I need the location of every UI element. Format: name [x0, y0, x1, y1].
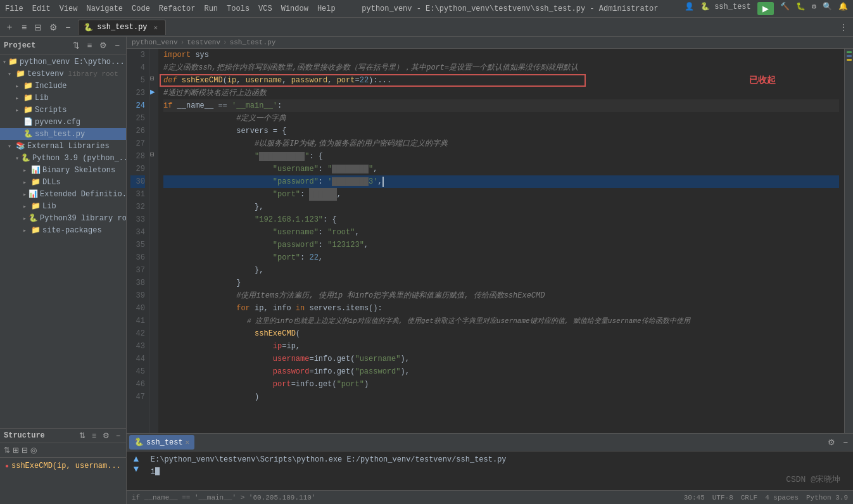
tree-testvenv[interactable]: ▾ 📁 testvenv library root	[0, 68, 126, 80]
new-file-button[interactable]: ＋	[3, 20, 16, 34]
code-line-38[interactable]: }	[163, 277, 839, 289]
title-controls[interactable]: 👤 🐍 ssh_test ▶ 🔨 🐛 ⚙ 🔍 🔔	[685, 2, 848, 15]
run-tab[interactable]: 🐍 ssh_test ✕	[129, 435, 194, 450]
code-line-40[interactable]: for ip, info in servers.items():	[163, 302, 839, 315]
fold-indicator-5[interactable]: ⊟	[150, 74, 155, 82]
tree-site-packages[interactable]: ▸ 📁 site-packages	[0, 224, 126, 236]
notifications-icon[interactable]: 🔔	[838, 2, 848, 15]
close-editor-button[interactable]: −	[63, 21, 73, 34]
panel-settings-button[interactable]: ⚙	[825, 436, 838, 448]
run-button[interactable]: ▶	[757, 2, 774, 15]
folder-icon: 📁	[23, 93, 33, 103]
status-line-ending[interactable]: CRLF	[741, 494, 757, 501]
sidebar-settings-button[interactable]: ⚙	[97, 39, 110, 51]
tree-ssh-test-py[interactable]: 🐍 ssh_test.py	[0, 128, 126, 140]
debug-icon[interactable]: 🐛	[796, 2, 806, 15]
tree-python39[interactable]: ▾ 🐍 Python 3.9 (python_...	[0, 152, 126, 164]
menu-edit[interactable]: Edit	[32, 4, 51, 13]
code-line-39[interactable]: #使用items方法遍历, 使用ip 和info把字典里的键和值遍历赋值, 传给…	[163, 289, 839, 302]
menu-navigate[interactable]: Navigate	[86, 4, 123, 13]
status-line-col[interactable]: 30:45	[684, 494, 705, 501]
structure-func-item[interactable]: ● sshExeCMD(ip, usernam...	[3, 460, 123, 472]
structure-content: ● sshExeCMD(ip, usernam...	[0, 458, 126, 504]
tab-ssh-test[interactable]: 🐍 ssh_test.py ✕	[78, 20, 166, 35]
code-line-23[interactable]: #通过判断模块名运行上边函数	[163, 87, 839, 99]
tree-pyvenv-cfg[interactable]: 📄 pyvenv.cfg	[0, 116, 126, 128]
structure-hide-button[interactable]: −	[114, 431, 122, 441]
sort-alpha-button[interactable]: ⇅	[4, 446, 10, 455]
structure-sort-button[interactable]: ⇅	[77, 431, 87, 441]
tree-root[interactable]: ▾ 📁 python_venv E:\pytho...	[0, 56, 126, 68]
menu-view[interactable]: View	[60, 4, 78, 13]
search-icon[interactable]: 🔍	[823, 2, 832, 15]
settings-icon[interactable]: ⚙	[812, 2, 816, 15]
code-line-41[interactable]: # 这里的info也就是上边定义的ip对应值的字典, 使用get获取这个字典里对…	[163, 315, 839, 327]
breadcrumb-testvenv[interactable]: testvenv	[187, 39, 220, 46]
terminal-output[interactable]: E:\python_venv\testvenv\Scripts\python.e…	[151, 454, 848, 478]
tree-scripts[interactable]: ▸ 📁 Scripts	[0, 104, 126, 116]
structure-filter-button[interactable]: ≡	[90, 431, 98, 441]
build-icon[interactable]: 🔨	[780, 2, 790, 15]
structure-settings-button[interactable]: ⚙	[101, 431, 111, 441]
settings-editor-button[interactable]: ⚙	[47, 21, 60, 34]
code-line-26[interactable]: servers = {	[163, 125, 839, 137]
tree-ext-definitions[interactable]: ▸ 📊 Extended Definitio...	[0, 188, 126, 200]
fold-indicator-28[interactable]: ⊟	[150, 150, 155, 158]
sidebar-hide-button[interactable]: −	[112, 39, 122, 51]
menu-code[interactable]: Code	[132, 4, 150, 13]
code-editor[interactable]: 3 4 5 23 24 25 26 27 28 29 30 31 32 33 3…	[127, 49, 853, 433]
code-line-24[interactable]: if __name__ == '__main__':	[163, 99, 839, 112]
code-line-46[interactable]: port=info.get("port")	[163, 378, 839, 391]
expand-all-button[interactable]: ⊞	[13, 446, 19, 455]
code-line-32[interactable]: },	[163, 201, 839, 213]
sidebar-sort-button[interactable]: ⇅	[70, 39, 82, 51]
folder-icon: 📁	[31, 201, 41, 211]
split-editor-button[interactable]: ⊟	[32, 21, 44, 34]
val-password: '████████3'	[327, 175, 377, 188]
code-line-47[interactable]: )	[163, 391, 839, 403]
menu-tools[interactable]: Tools	[227, 4, 250, 13]
panel-close-button[interactable]: −	[840, 436, 850, 448]
menu-window[interactable]: Window	[281, 4, 308, 13]
code-line-5[interactable]: def sshExeCMD(ip, username, password, po…	[163, 74, 839, 87]
tab-close-icon[interactable]: ✕	[154, 23, 158, 32]
tree-dlls[interactable]: ▸ 📁 DLLs	[0, 176, 126, 188]
menu-vcs[interactable]: VCS	[258, 4, 272, 13]
menu-file[interactable]: File	[5, 4, 23, 13]
code-line-36[interactable]: "port": 22,	[163, 251, 839, 264]
collapse-all-button[interactable]: ⊟	[22, 446, 28, 455]
tree-python39-libroot[interactable]: ▸ 🐍 Python39 library ro...	[0, 212, 126, 224]
code-line-27[interactable]: #以服务器IP为键,值为服务器的用户密码端口定义的字典	[163, 137, 839, 150]
menu-bar[interactable]: File Edit View Navigate Code Refactor Ru…	[5, 4, 336, 13]
code-line-37[interactable]: },	[163, 264, 839, 277]
code-lines[interactable]: import sys #定义函数ssh,把操作内容写到函数里,函数里接收参数（写…	[158, 49, 844, 433]
status-python-interpreter[interactable]: Python 3.9	[806, 494, 848, 501]
breadcrumb-file[interactable]: ssh_test.py	[230, 39, 276, 46]
tree-ext-libraries[interactable]: ▾ 📚 External Libraries	[0, 140, 126, 152]
tree-include[interactable]: ▸ 📁 Include	[0, 80, 126, 92]
code-line-4[interactable]: #定义函数ssh,把操作内容写到函数里,函数里接收参数（写在括号里），其中por…	[163, 61, 839, 74]
git-branch[interactable]: 🐍 ssh_test	[700, 2, 751, 15]
tree-binary-skeletons[interactable]: ▸ 📊 Binary Skeletons	[0, 164, 126, 176]
locate-button[interactable]: ◎	[30, 446, 37, 455]
tree-lib[interactable]: ▸ 📁 Lib	[0, 92, 126, 104]
sidebar-filter-button[interactable]: ≡	[85, 39, 95, 51]
tree-lib-label: Lib	[35, 94, 49, 103]
run-tab-close[interactable]: ✕	[186, 438, 190, 446]
code-line-31[interactable]: "port": ██████,	[163, 188, 839, 201]
breadcrumb-project[interactable]: python_venv	[132, 39, 178, 46]
tree-lib2[interactable]: ▸ 📁 Lib	[0, 200, 126, 212]
status-indent[interactable]: 4 spaces	[765, 494, 799, 501]
recent-files-button[interactable]: ≡	[19, 21, 29, 34]
menu-refactor[interactable]: Refactor	[159, 4, 196, 13]
code-line-3[interactable]: import sys	[163, 49, 839, 61]
status-encoding[interactable]: UTF-8	[712, 494, 733, 501]
menu-run[interactable]: Run	[204, 4, 218, 13]
terminal-down-button[interactable]: ▼	[132, 464, 141, 473]
menu-help[interactable]: Help	[317, 4, 336, 13]
account-icon[interactable]: 👤	[685, 2, 694, 15]
more-tabs-button[interactable]: ⋮	[837, 21, 850, 34]
terminal-up-button[interactable]: ▲	[132, 454, 141, 463]
val-root: "root"	[327, 226, 355, 239]
code-line-25[interactable]: #定义一个字典	[163, 112, 839, 125]
